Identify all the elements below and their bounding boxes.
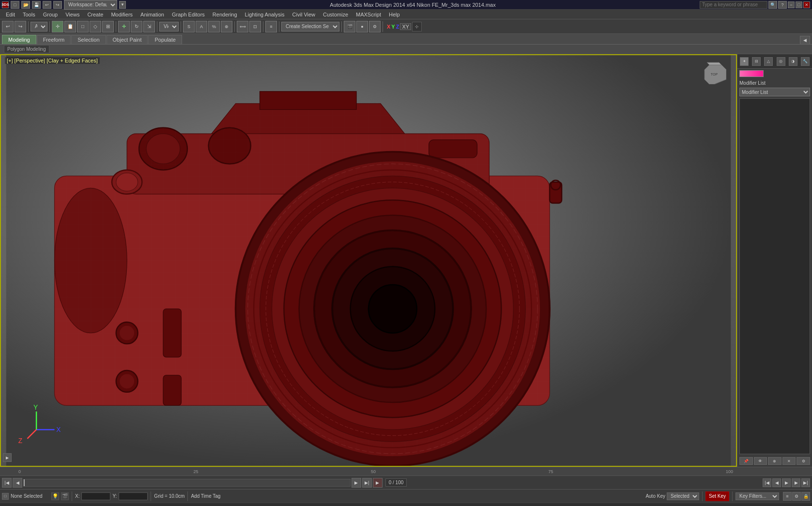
workspace-dropdown[interactable]: Workspace: Default <box>64 0 117 10</box>
tab-populate[interactable]: Populate <box>148 35 182 44</box>
panel-tab-create[interactable]: ✦ <box>740 57 749 66</box>
minimize-btn[interactable]: − <box>788 1 795 8</box>
tab-selection[interactable]: Selection <box>71 35 106 44</box>
rect-select-btn[interactable]: □ <box>77 21 89 32</box>
window-crossing-btn[interactable]: ⊞ <box>102 21 114 32</box>
move-btn[interactable]: ✛ <box>118 21 130 32</box>
panel-tab-motion[interactable]: ◎ <box>777 57 785 66</box>
percent-snap-btn[interactable]: % <box>208 21 220 32</box>
go-to-start-btn[interactable]: |◀ <box>2 478 12 488</box>
timeline-track[interactable] <box>23 479 351 487</box>
config-modifier-btn[interactable]: ⚙ <box>797 457 810 465</box>
x-axis-label: X <box>387 24 390 30</box>
menu-graph-editors[interactable]: Graph Editors <box>168 11 209 18</box>
snap-toggle-btn[interactable]: S <box>183 21 195 32</box>
layer-btn[interactable]: ≡ <box>265 21 277 32</box>
axis-icon[interactable]: ⊹ <box>412 22 422 31</box>
status-btn-3[interactable]: 🔒 <box>801 492 810 501</box>
pb-play-btn[interactable]: ▶ <box>782 478 791 487</box>
menu-help[interactable]: Help <box>385 11 404 18</box>
view-dropdown[interactable]: View <box>159 22 179 31</box>
select-object-btn[interactable]: ✛ <box>52 21 63 32</box>
menu-group[interactable]: Group <box>39 11 62 18</box>
color-swatch[interactable] <box>739 70 764 77</box>
play-animation-btn[interactable]: ▶ <box>373 478 383 488</box>
search-input[interactable] <box>700 1 767 9</box>
angle-snap-btn[interactable]: A <box>196 21 207 32</box>
pb-last-btn[interactable]: ▶| <box>801 478 810 487</box>
filter-dropdown[interactable]: All <box>31 22 47 31</box>
open-file-btn[interactable]: 📂 <box>21 1 30 9</box>
mirror-btn[interactable]: ⟺ <box>237 21 248 32</box>
workspace-arrow[interactable]: ▼ <box>119 1 126 9</box>
pb-next-btn[interactable]: ▶ <box>792 478 800 487</box>
modifier-list-dropdown[interactable]: Modifier List <box>739 88 810 96</box>
app-icon[interactable]: 3DS <box>2 1 9 8</box>
tab-freeform[interactable]: Freeform <box>37 35 71 44</box>
next-frame-btn[interactable]: ▶ <box>352 478 361 488</box>
auto-key-dropdown[interactable]: Selected <box>667 492 699 500</box>
scale-btn[interactable]: ⇲ <box>143 21 155 32</box>
pb-first-btn[interactable]: |◀ <box>763 478 771 487</box>
panel-tab-modify[interactable]: ⊟ <box>752 57 761 66</box>
svg-rect-11 <box>260 92 357 109</box>
menu-lighting-analysis[interactable]: Lighting Analysis <box>241 11 289 18</box>
viewport[interactable]: [+] [Perspective] [Clay + Edged Faces] ▶… <box>0 54 737 467</box>
show-result-btn[interactable]: 👁 <box>754 457 767 465</box>
go-to-end-btn[interactable]: ▶| <box>362 478 372 488</box>
material-editor-btn[interactable]: ● <box>356 21 368 32</box>
menu-maxscript[interactable]: MAXScript <box>352 11 385 18</box>
tab-modeling[interactable]: Modeling <box>2 35 36 44</box>
light-icon[interactable]: 💡 <box>51 492 59 500</box>
align-btn[interactable]: ⊡ <box>249 21 261 32</box>
status-btn-2[interactable]: ⚙ <box>792 492 801 501</box>
render-settings-btn[interactable]: ⚙ <box>369 21 381 32</box>
status-btn-1[interactable]: ≡ <box>783 492 792 501</box>
panel-tab-utilities[interactable]: 🔧 <box>801 57 810 66</box>
menu-edit[interactable]: Edit <box>2 11 19 18</box>
panel-tab-hierarchy[interactable]: △ <box>764 57 773 66</box>
tab-object-paint[interactable]: Object Paint <box>107 35 148 44</box>
menu-civil-view[interactable]: Civil View <box>289 11 319 18</box>
redo-btn[interactable]: ↪ <box>53 1 62 9</box>
viewport-play-btn[interactable]: ▶ <box>3 453 12 462</box>
undo-btn[interactable]: ↩ <box>43 1 51 9</box>
menu-modifiers[interactable]: Modifiers <box>107 11 137 18</box>
close-btn[interactable]: ✕ <box>803 1 810 8</box>
pin-stack-btn[interactable]: 📌 <box>739 457 753 465</box>
new-file-btn[interactable]: □ <box>11 1 19 9</box>
search-btn[interactable]: 🔍 <box>768 1 777 9</box>
create-selection-dropdown[interactable]: Create Selection Se <box>281 22 339 31</box>
set-key-btn[interactable]: Set Key <box>705 491 729 501</box>
menu-tools[interactable]: Tools <box>19 11 39 18</box>
panel-tab-display[interactable]: ◑ <box>789 57 797 66</box>
render-icon-small[interactable]: 🎬 <box>61 492 69 500</box>
menu-rendering[interactable]: Rendering <box>209 11 241 18</box>
pb-prev-btn[interactable]: ◀ <box>772 478 781 487</box>
select-region-btn[interactable]: ◇ <box>90 21 101 32</box>
key-filters-dropdown[interactable]: Key Filters... <box>735 492 779 500</box>
menu-views[interactable]: Views <box>61 11 83 18</box>
menu-customize[interactable]: Customize <box>319 11 352 18</box>
spinner-snap-btn[interactable]: ⊕ <box>221 21 232 32</box>
nav-cube[interactable]: TOP <box>702 60 726 84</box>
menu-create[interactable]: Create <box>83 11 107 18</box>
x-label: X: <box>75 493 79 499</box>
render-btn[interactable]: 🎬 <box>344 21 355 32</box>
undo-toolbar-btn[interactable]: ↩ <box>2 21 14 32</box>
x-coord-input[interactable] <box>81 492 110 500</box>
save-file-btn[interactable]: 💾 <box>32 1 41 9</box>
rotate-btn[interactable]: ↻ <box>131 21 142 32</box>
polygon-modeling-label: Polygon Modeling <box>4 45 49 53</box>
redo-toolbar-btn[interactable]: ↪ <box>15 21 26 32</box>
ribbon-collapse-btn[interactable]: ◀ <box>800 36 810 44</box>
select-by-name-btn[interactable]: 📋 <box>64 21 76 32</box>
xy-axis-label[interactable]: XY <box>400 23 411 30</box>
maximize-btn[interactable]: □ <box>796 1 802 8</box>
make-unique-btn[interactable]: ⊕ <box>768 457 781 465</box>
help-btn[interactable]: ? <box>778 1 787 9</box>
prev-frame-btn[interactable]: ◀ <box>13 478 22 488</box>
menu-animation[interactable]: Animation <box>137 11 168 18</box>
y-coord-input[interactable] <box>119 492 148 500</box>
remove-modifier-btn[interactable]: ✕ <box>782 457 796 465</box>
